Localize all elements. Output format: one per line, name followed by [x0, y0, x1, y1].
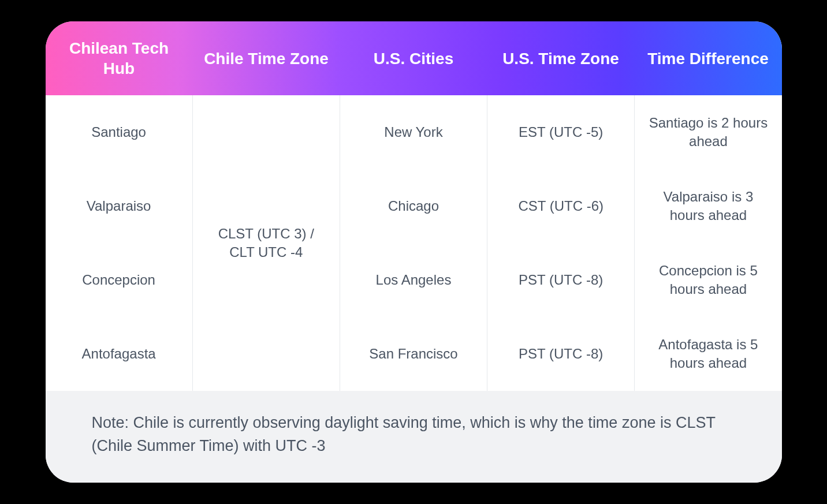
cell-us-city: New York	[340, 95, 487, 169]
header-chilean-tech-hub: Chilean Tech Hub	[46, 32, 193, 84]
cell-us-city: Los Angeles	[340, 243, 487, 317]
cell-chilean-hub: Concepcion	[46, 243, 192, 317]
footer-note: Note: Chile is currently observing dayli…	[46, 391, 782, 482]
cell-us-city: San Francisco	[340, 317, 487, 391]
column-us-cities: New York Chicago Los Angeles San Francis…	[340, 95, 487, 391]
cell-us-tz: PST (UTC -8)	[487, 243, 634, 317]
table-header-row: Chilean Tech Hub Chile Time Zone U.S. Ci…	[46, 21, 782, 95]
cell-time-diff: Valparaiso is 3 hours ahead	[635, 169, 781, 243]
cell-us-tz: CST (UTC -6)	[487, 169, 634, 243]
column-chilean-tech-hub: Santiago Valparaiso Concepcion Antofagas…	[46, 95, 193, 391]
cell-chilean-hub: Antofagasta	[46, 317, 192, 391]
cell-us-tz: EST (UTC -5)	[487, 95, 634, 169]
cell-chile-tz-merged: CLST (UTC 3) / CLT UTC -4	[193, 95, 340, 391]
header-us-time-zone: U.S. Time Zone	[487, 43, 635, 74]
cell-chilean-hub: Valparaiso	[46, 169, 192, 243]
cell-time-diff: Antofagasta is 5 hours ahead	[635, 317, 781, 391]
cell-time-diff: Concepcion is 5 hours ahead	[635, 243, 781, 317]
column-us-time-zone: EST (UTC -5) CST (UTC -6) PST (UTC -8) P…	[487, 95, 635, 391]
cell-us-city: Chicago	[340, 169, 487, 243]
column-time-difference: Santiago is 2 hours ahead Valparaiso is …	[635, 95, 781, 391]
cell-chilean-hub: Santiago	[46, 95, 192, 169]
timezone-table-card: Chilean Tech Hub Chile Time Zone U.S. Ci…	[46, 21, 782, 482]
header-chile-time-zone: Chile Time Zone	[193, 43, 340, 74]
header-time-difference: Time Difference	[635, 43, 782, 74]
column-chile-time-zone: CLST (UTC 3) / CLT UTC -4	[193, 95, 340, 391]
cell-time-diff: Santiago is 2 hours ahead	[635, 95, 781, 169]
cell-us-tz: PST (UTC -8)	[487, 317, 634, 391]
header-us-cities: U.S. Cities	[340, 43, 487, 74]
table-body: Santiago Valparaiso Concepcion Antofagas…	[46, 95, 782, 391]
